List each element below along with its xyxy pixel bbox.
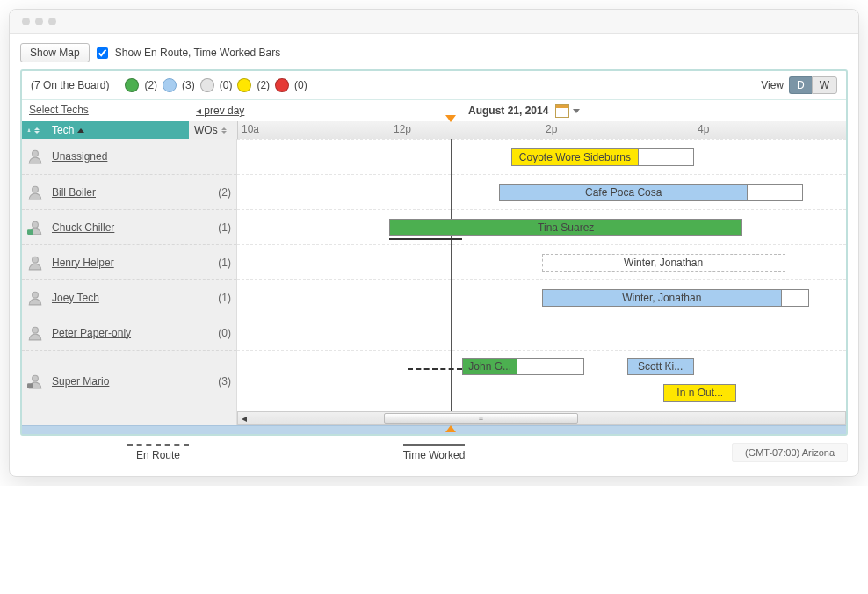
now-marker-icon xyxy=(445,115,456,122)
window-dot xyxy=(35,18,43,25)
svg-point-5 xyxy=(33,257,39,263)
time-worked-bar xyxy=(389,238,462,240)
person-icon xyxy=(27,255,43,271)
tech-row: Chuck Chiller (1) xyxy=(22,209,236,244)
date-nav-row: Select Techs ◂ prev day August 21, 2014 xyxy=(22,100,846,121)
status-count-blue: (3) xyxy=(182,79,195,91)
svg-point-8 xyxy=(33,375,39,381)
tech-name[interactable]: Peter Paper-only xyxy=(52,327,201,339)
timeline-row: Winter, Jonathan xyxy=(237,279,846,315)
work-order-bar[interactable]: Scott Ki... xyxy=(627,358,694,375)
work-order-bar[interactable]: Winter, Jonathan xyxy=(542,289,810,307)
tech-name[interactable]: Chuck Chiller xyxy=(52,221,201,234)
view-week-button[interactable]: W xyxy=(812,76,837,94)
status-dot-blue[interactable] xyxy=(163,78,177,92)
timeline-row: Tina Suarez xyxy=(237,209,846,244)
tech-name[interactable]: Super Mario xyxy=(52,375,201,388)
dashed-line-icon xyxy=(127,444,189,446)
tech-list: Unassigned Bill Boiler (2) Chuck Chiller… xyxy=(22,139,237,411)
status-count-green: (2) xyxy=(144,79,157,91)
footer-expand-bar[interactable] xyxy=(22,425,846,434)
svg-point-1 xyxy=(33,150,39,156)
status-dot-yellow[interactable] xyxy=(237,78,251,92)
tech-row-unassigned: Unassigned xyxy=(22,139,236,174)
svg-point-7 xyxy=(33,327,39,333)
titlebar xyxy=(10,10,858,34)
tech-wo-count: (1) xyxy=(210,257,231,269)
show-bars-checkbox[interactable] xyxy=(97,47,108,59)
scroll-left-icon[interactable]: ◂ xyxy=(238,412,250,424)
column-header-row: Tech WOs 10a 12p 2p 4p xyxy=(22,121,846,139)
status-summary-row: (7 On the Board) (2) (3) (0) (2) (0) Vie… xyxy=(22,71,846,100)
person-icon xyxy=(27,185,43,200)
chevron-up-icon xyxy=(445,425,456,432)
svg-point-6 xyxy=(33,292,39,298)
tech-name[interactable]: Bill Boiler xyxy=(52,186,201,199)
tech-row: Peter Paper-only (0) xyxy=(22,315,236,350)
person-icon xyxy=(27,325,43,341)
legend-row: En Route Time Worked (GMT-07:00) Arizona xyxy=(20,443,848,462)
time-tick: 2p xyxy=(542,121,694,139)
status-dot-green[interactable] xyxy=(125,78,139,92)
tech-name-column[interactable]: Tech xyxy=(47,121,189,139)
svg-rect-4 xyxy=(27,229,33,235)
timeline-row: Coyote Wore Sideburns xyxy=(237,139,846,174)
timeline-row: John G... Scott Ki... In n Out... xyxy=(237,350,846,411)
timeline-row xyxy=(237,315,846,350)
legend-time-worked: Time Worked xyxy=(296,444,572,461)
status-count-yellow: (2) xyxy=(257,79,270,91)
view-day-button[interactable]: D xyxy=(789,76,812,94)
status-dot-red[interactable] xyxy=(275,78,289,92)
tech-wo-count: (1) xyxy=(210,292,231,304)
tech-row: Bill Boiler (2) xyxy=(22,174,236,209)
prev-day-link[interactable]: ◂ prev day xyxy=(196,105,244,117)
timeline-row: Cafe Poca Cosa xyxy=(237,174,846,209)
wos-column[interactable]: WOs xyxy=(189,121,237,139)
current-date: August 21, 2014 xyxy=(468,105,548,117)
svg-point-3 xyxy=(33,221,39,228)
tech-row: Henry Helper (1) xyxy=(22,244,236,279)
time-tick: 10a xyxy=(238,121,390,139)
work-order-bar[interactable]: Tina Suarez xyxy=(389,219,742,236)
scroll-thumb[interactable] xyxy=(384,413,578,424)
person-icon xyxy=(27,373,43,389)
time-tick: 12p xyxy=(390,121,542,139)
time-tick: 4p xyxy=(694,121,846,139)
person-icon xyxy=(27,128,31,132)
timeline-row: Winter, Jonathan xyxy=(237,244,846,279)
horizontal-scrollbar-row: ◂ xyxy=(22,411,846,425)
svg-rect-9 xyxy=(27,383,33,388)
person-icon xyxy=(27,290,43,306)
tech-wo-count: (0) xyxy=(210,327,231,339)
tech-row: Joey Tech (1) xyxy=(22,279,236,315)
work-order-bar[interactable]: John G... xyxy=(462,358,584,375)
timezone-label: (GMT-07:00) Arizona xyxy=(732,443,848,462)
tech-row: Super Mario (3) xyxy=(22,350,236,411)
work-order-bar[interactable]: In n Out... xyxy=(663,384,736,402)
status-count-grey: (0) xyxy=(220,79,233,91)
tech-wo-count: (3) xyxy=(210,375,231,388)
top-toolbar: Show Map Show En Route, Time Worked Bars xyxy=(20,43,848,62)
tech-wo-count: (2) xyxy=(210,186,231,199)
work-order-bar[interactable]: Cafe Poca Cosa xyxy=(499,184,804,201)
solid-line-icon xyxy=(403,444,465,446)
tech-icon-column[interactable] xyxy=(22,121,47,139)
board-count-label: (7 On the Board) xyxy=(31,79,109,91)
h-scrollbar[interactable]: ◂ xyxy=(237,411,846,425)
timeline-header: 10a 12p 2p 4p xyxy=(237,121,846,139)
calendar-picker[interactable] xyxy=(555,104,580,118)
show-bars-label: Show En Route, Time Worked Bars xyxy=(115,47,281,59)
tech-name[interactable]: Joey Tech xyxy=(52,292,201,304)
show-map-button[interactable]: Show Map xyxy=(20,43,90,62)
select-techs-link[interactable]: Select Techs xyxy=(29,104,89,116)
tech-name[interactable]: Henry Helper xyxy=(52,257,201,269)
legend-en-route: En Route xyxy=(20,444,296,461)
status-dot-grey[interactable] xyxy=(200,78,214,92)
tech-wo-count: (1) xyxy=(210,221,231,234)
work-order-bar[interactable]: Coyote Wore Sideburns xyxy=(511,148,694,166)
window-frame: Show Map Show En Route, Time Worked Bars… xyxy=(9,9,859,477)
work-order-bar-placeholder[interactable]: Winter, Jonathan xyxy=(542,254,785,272)
window-dot xyxy=(22,18,30,25)
tech-name[interactable]: Unassigned xyxy=(52,150,201,163)
timeline-body: Coyote Wore Sideburns Cafe Poca Cosa Tin… xyxy=(237,139,846,411)
